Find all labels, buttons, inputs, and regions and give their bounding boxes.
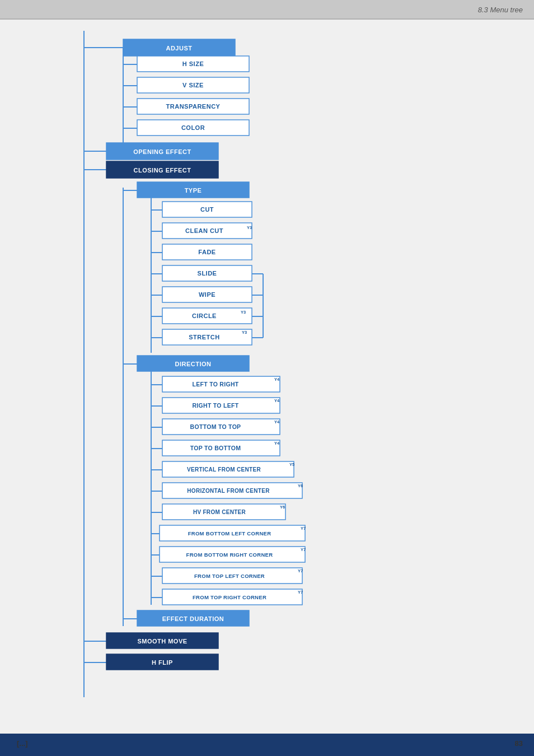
svg-text:FADE: FADE: [198, 249, 216, 255]
svg-text:FROM TOP LEFT CORNER: FROM TOP LEFT CORNER: [194, 573, 265, 579]
svg-text:EFFECT DURATION: EFFECT DURATION: [162, 615, 224, 622]
svg-text:H SIZE: H SIZE: [182, 60, 204, 67]
svg-text:Y7: Y7: [298, 568, 303, 573]
svg-text:OPENING EFFECT: OPENING EFFECT: [133, 148, 191, 155]
svg-text:V SIZE: V SIZE: [182, 82, 204, 88]
svg-text:Y6: Y6: [280, 505, 285, 510]
svg-text:Y4: Y4: [274, 441, 280, 446]
svg-text:Y7: Y7: [301, 526, 306, 531]
svg-text:BOTTOM TO TOP: BOTTOM TO TOP: [190, 423, 241, 430]
svg-text:COLOR: COLOR: [181, 124, 205, 131]
svg-text:ADJUST: ADJUST: [166, 45, 192, 52]
svg-text:LEFT TO RIGHT: LEFT TO RIGHT: [192, 381, 238, 388]
svg-text:STRETCH: STRETCH: [189, 334, 219, 340]
svg-text:Y5: Y5: [289, 462, 294, 467]
svg-text:SMOOTH MOVE: SMOOTH MOVE: [137, 638, 187, 645]
svg-text:FROM TOP RIGHT CORNER: FROM TOP RIGHT CORNER: [193, 594, 266, 600]
svg-text:VERTICAL FROM CENTER: VERTICAL FROM CENTER: [187, 466, 261, 473]
svg-text:CLEAN CUT: CLEAN CUT: [185, 227, 223, 234]
page-header: 8.3 Menu tree: [478, 6, 523, 14]
svg-text:CIRCLE: CIRCLE: [192, 312, 217, 319]
svg-text:Y4: Y4: [274, 398, 280, 403]
svg-text:Y7: Y7: [301, 547, 306, 552]
svg-text:RIGHT TO LEFT: RIGHT TO LEFT: [192, 402, 238, 409]
svg-text:TYPE: TYPE: [185, 187, 202, 194]
svg-text:TOP TO BOTTOM: TOP TO BOTTOM: [190, 445, 241, 451]
bottom-bar: [0, 734, 534, 756]
svg-text:Y4: Y4: [274, 377, 280, 382]
top-bar: [0, 0, 534, 20]
svg-text:Y3: Y3: [241, 310, 246, 315]
header-title: 8.3 Menu tree: [478, 6, 523, 14]
svg-text:Y4: Y4: [274, 419, 280, 424]
svg-text:H FLIP: H FLIP: [152, 659, 173, 666]
svg-text:HV FROM CENTER: HV FROM CENTER: [193, 509, 246, 515]
svg-text:Y3: Y3: [242, 330, 247, 335]
svg-text:FROM BOTTOM LEFT CORNER: FROM BOTTOM LEFT CORNER: [188, 530, 271, 536]
svg-text:HORIZONTAL FROM CENTER: HORIZONTAL FROM CENTER: [187, 488, 270, 494]
svg-text:SLIDE: SLIDE: [198, 270, 217, 277]
ellipsis: [...]: [17, 739, 28, 748]
page-number: 83: [515, 739, 523, 748]
svg-text:WIPE: WIPE: [199, 291, 216, 298]
svg-text:Y7: Y7: [298, 590, 303, 595]
svg-text:Y3: Y3: [247, 225, 252, 230]
svg-text:Y6: Y6: [298, 483, 303, 488]
svg-text:FROM BOTTOM RIGHT CORNER: FROM BOTTOM RIGHT CORNER: [186, 552, 273, 558]
svg-text:CUT: CUT: [200, 206, 214, 213]
svg-text:CLOSING EFFECT: CLOSING EFFECT: [134, 167, 191, 174]
svg-text:DIRECTION: DIRECTION: [175, 361, 212, 367]
svg-text:TRANSPARENCY: TRANSPARENCY: [166, 103, 221, 110]
